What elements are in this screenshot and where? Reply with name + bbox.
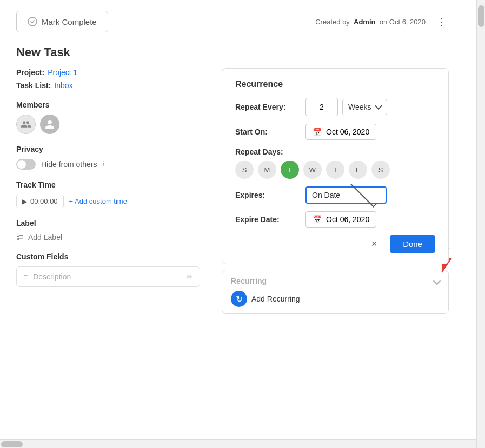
expires-dropdown[interactable]: On Date [305,186,387,204]
left-panel: Project: Project 1 Task List: Inbox Memb… [16,68,222,314]
privacy-toggle[interactable] [16,159,36,170]
member-avatar[interactable] [40,115,59,134]
lines-icon: ≡ [23,272,28,281]
recurring-section: Recurring ↻ Add Recurring [222,270,449,314]
days-circles: SMTWTFS [235,161,435,179]
tasklist-field: Task List: Inbox [16,81,222,90]
add-recurring-label: Add Recurring [251,295,300,303]
repeat-days-row: Repeat Days: SMTWTFS [235,148,435,179]
add-member-button[interactable] [16,115,36,134]
repeat-every-input[interactable] [305,98,338,116]
repeat-every-label: Repeat Every: [235,103,305,111]
privacy-row: Hide from others i [16,159,222,170]
main-layout: Project: Project 1 Task List: Inbox Memb… [16,68,451,314]
expires-label: Expires: [235,191,305,199]
start-on-date-button[interactable]: 📅 Oct 06, 2020 [305,124,376,140]
toggle-thumb [17,160,26,169]
expire-date-row: Expire Date: 📅 Oct 06, 2020 [235,211,435,228]
day-circle-s-0[interactable]: S [235,161,254,179]
vertical-scrollbar[interactable] [476,0,485,448]
info-icon[interactable]: i [102,160,104,169]
right-panel: Recurrence Repeat Every: Weeks Start On: [222,68,451,314]
horizontal-scrollbar[interactable] [0,439,476,448]
add-label-button[interactable]: 🏷 Add Label [16,233,222,242]
close-button[interactable]: × [367,236,382,252]
recurring-header: Recurring [231,277,440,285]
start-on-row: Start On: 📅 Oct 06, 2020 [235,124,435,140]
expire-date-button[interactable]: 📅 Oct 06, 2020 [305,211,376,228]
expire-date-label: Expire Date: [235,215,305,224]
add-label-text: Add Label [28,233,62,242]
description-placeholder: Description [33,272,71,281]
expire-calendar-icon: 📅 [313,215,322,224]
tag-icon: 🏷 [16,233,24,242]
members-section-title: Members [16,101,222,109]
weeks-dropdown[interactable]: Weeks [342,99,387,115]
add-custom-time-link[interactable]: + Add custom time [69,197,127,205]
day-circle-m-1[interactable]: M [258,161,276,179]
day-circle-t-2[interactable]: T [281,161,299,179]
time-display: 00:00:00 [30,197,58,205]
check-icon [28,17,37,26]
start-on-date-value: Oct 06, 2020 [326,128,369,136]
tasklist-label: Task List: [16,81,51,90]
day-circle-s-6[interactable]: S [371,161,390,179]
more-options-button[interactable]: ⋮ [432,13,451,30]
weeks-chevron-icon [374,102,382,110]
privacy-section-title: Privacy [16,145,222,153]
day-circle-f-5[interactable]: F [349,161,367,179]
track-time-section-title: Track Time [16,180,222,189]
track-time-row: ▶ 00:00:00 + Add custom time [16,195,222,208]
weeks-label: Weeks [348,103,371,111]
custom-fields-title: Custom Fields [16,252,222,261]
description-field[interactable]: ≡ Description ✏ [16,266,200,287]
label-section-title: Label [16,219,222,228]
start-on-label: Start On: [235,128,305,136]
mark-complete-label: Mark Complete [42,17,97,26]
mark-complete-button[interactable]: Mark Complete [16,11,108,32]
recurring-title: Recurring [231,277,267,285]
top-bar: Mark Complete Created by Admin on Oct 6,… [16,11,451,32]
time-play-button[interactable]: ▶ 00:00:00 [16,195,64,208]
add-recurring-button[interactable]: ↻ Add Recurring [231,291,440,307]
scrollbar-thumb[interactable] [478,5,484,27]
project-field: Project: Project 1 [16,68,222,77]
done-button[interactable]: Done [390,235,435,253]
expire-date-value: Oct 06, 2020 [326,215,369,224]
repeat-days-label: Repeat Days: [235,148,435,156]
play-icon: ▶ [22,198,27,205]
recurrence-title: Recurrence [235,79,435,89]
recurring-refresh-icon: ↻ [231,291,247,307]
day-circle-t-4[interactable]: T [326,161,344,179]
action-row: × Done [235,235,435,253]
expires-row: Expires: On Date [235,186,435,204]
repeat-every-inputs: Weeks [305,98,387,116]
members-row [16,115,222,134]
calendar-icon: 📅 [313,128,322,136]
repeat-every-row: Repeat Every: Weeks [235,98,435,116]
task-title: New Task [16,45,451,59]
expires-value: On Date [312,191,343,199]
expires-chevron-icon [350,180,377,207]
top-right-area: Created by Admin on Oct 6, 2020 ⋮ [315,13,451,30]
edit-icon[interactable]: ✏ [187,272,193,281]
day-circle-w-3[interactable]: W [303,161,322,179]
project-label: Project: [16,68,44,77]
recurrence-panel: Recurrence Repeat Every: Weeks Start On: [222,68,449,264]
privacy-text: Hide from others [41,160,97,169]
tasklist-value[interactable]: Inbox [54,81,72,90]
created-info: Created by Admin on Oct 6, 2020 [315,18,426,26]
scrollbar-bottom-thumb[interactable] [1,441,23,447]
project-value[interactable]: Project 1 [48,68,77,77]
